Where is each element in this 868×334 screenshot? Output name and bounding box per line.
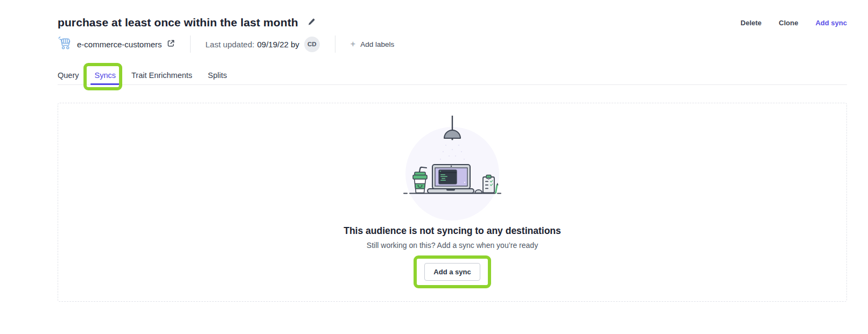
audience-detail-page: purchase at least once within the last m… [0, 0, 868, 334]
add-a-sync-button[interactable]: Add a sync [424, 263, 480, 281]
meta-row: e-commerce-customers Last updated: 09/19… [58, 36, 847, 52]
pencil-icon [307, 18, 316, 28]
tab-bar: Query Syncs Trait Enrichments Splits [58, 66, 847, 85]
active-tab-underline [90, 83, 121, 85]
page-title: purchase at least once within the last m… [58, 16, 298, 29]
last-updated-value: 09/19/22 by [257, 40, 299, 49]
add-labels-label: Add labels [360, 40, 394, 48]
empty-state-subtext: Still working on this? Add a sync when y… [367, 241, 538, 250]
tab-query[interactable]: Query [58, 66, 79, 84]
meta-divider-1 [190, 35, 191, 53]
clone-button[interactable]: Clone [779, 19, 798, 27]
shopping-cart-icon [58, 35, 72, 53]
add-labels-button[interactable]: + Add labels [351, 40, 394, 48]
syncs-empty-panel: This audience is not syncing to any dest… [58, 103, 847, 302]
avatar-badge: CD [304, 37, 320, 52]
source-link[interactable]: e-commerce-customers [58, 35, 175, 53]
header-actions: Delete Clone Add sync [740, 19, 847, 27]
tab-syncs-label: Syncs [95, 71, 116, 80]
title-wrap: purchase at least once within the last m… [58, 16, 317, 29]
content-container: purchase at least once within the last m… [58, 16, 847, 302]
last-updated: Last updated: 09/19/22 by CD [206, 37, 320, 52]
delete-button[interactable]: Delete [740, 19, 761, 27]
empty-state-headline: This audience is not syncing to any dest… [344, 225, 561, 237]
tab-splits[interactable]: Splits [208, 66, 227, 84]
empty-desk-illustration [398, 114, 506, 222]
edit-title-button[interactable] [306, 17, 317, 29]
annotation-highlight-add-a-sync: Add a sync [414, 255, 491, 288]
last-updated-label: Last updated: [206, 40, 255, 49]
meta-divider-2 [335, 35, 335, 53]
tab-syncs[interactable]: Syncs [95, 66, 116, 84]
plus-icon: + [351, 40, 355, 48]
tab-trait-enrichments[interactable]: Trait Enrichments [131, 66, 192, 84]
source-name: e-commerce-customers [77, 40, 162, 49]
external-link-icon [167, 39, 175, 49]
add-sync-header-button[interactable]: Add sync [815, 19, 847, 27]
header: purchase at least once within the last m… [58, 16, 847, 29]
